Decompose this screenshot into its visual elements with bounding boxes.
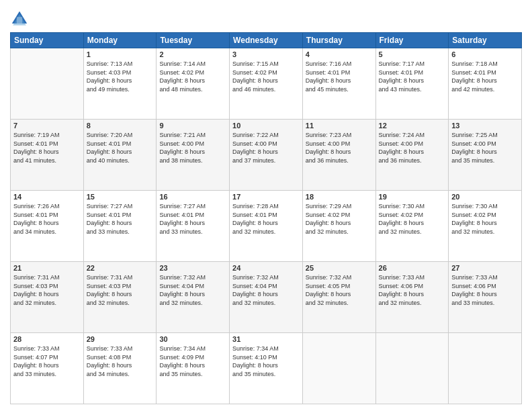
header (10, 7, 522, 28)
calendar-cell: 24Sunrise: 7:32 AM Sunset: 4:04 PM Dayli… (230, 262, 303, 333)
day-number: 17 (232, 193, 300, 201)
header-cell: Thursday (302, 33, 375, 48)
day-info: Sunrise: 7:32 AM Sunset: 4:05 PM Dayligh… (306, 273, 373, 307)
day-info: Sunrise: 7:13 AM Sunset: 4:03 PM Dayligh… (87, 60, 154, 93)
day-number: 21 (13, 264, 81, 272)
day-info: Sunrise: 7:22 AM Sunset: 4:00 PM Dayligh… (232, 131, 300, 165)
calendar-cell: 14Sunrise: 7:26 AM Sunset: 4:01 PM Dayli… (11, 191, 84, 262)
day-number: 6 (451, 50, 519, 58)
calendar-cell: 10Sunrise: 7:22 AM Sunset: 4:00 PM Dayli… (230, 120, 303, 191)
calendar-cell: 18Sunrise: 7:29 AM Sunset: 4:02 PM Dayli… (302, 191, 375, 262)
day-number: 10 (232, 122, 300, 130)
calendar-cell: 31Sunrise: 7:34 AM Sunset: 4:10 PM Dayli… (230, 333, 303, 404)
day-number: 23 (159, 264, 226, 272)
calendar-cell: 13Sunrise: 7:25 AM Sunset: 4:00 PM Dayli… (449, 120, 522, 191)
day-info: Sunrise: 7:21 AM Sunset: 4:00 PM Dayligh… (159, 131, 226, 165)
day-info: Sunrise: 7:32 AM Sunset: 4:04 PM Dayligh… (232, 273, 300, 307)
day-info: Sunrise: 7:31 AM Sunset: 4:03 PM Dayligh… (13, 273, 81, 307)
day-info: Sunrise: 7:33 AM Sunset: 4:08 PM Dayligh… (87, 345, 154, 378)
calendar-cell: 28Sunrise: 7:33 AM Sunset: 4:07 PM Dayli… (11, 333, 84, 404)
day-number: 28 (13, 335, 81, 343)
day-info: Sunrise: 7:33 AM Sunset: 4:07 PM Dayligh… (13, 345, 81, 378)
calendar-cell (449, 333, 522, 404)
calendar-cell: 6Sunrise: 7:18 AM Sunset: 4:01 PM Daylig… (449, 48, 522, 120)
day-info: Sunrise: 7:30 AM Sunset: 4:02 PM Dayligh… (379, 202, 446, 236)
day-number: 3 (232, 50, 300, 58)
calendar-cell: 22Sunrise: 7:31 AM Sunset: 4:03 PM Dayli… (83, 262, 157, 333)
calendar-cell (302, 333, 375, 404)
day-number: 14 (13, 193, 81, 201)
day-info: Sunrise: 7:15 AM Sunset: 4:02 PM Dayligh… (232, 60, 300, 93)
day-number: 2 (159, 50, 226, 58)
day-number: 5 (379, 50, 446, 58)
day-info: Sunrise: 7:31 AM Sunset: 4:03 PM Dayligh… (87, 273, 154, 307)
calendar-cell: 30Sunrise: 7:34 AM Sunset: 4:09 PM Dayli… (157, 333, 230, 404)
logo (10, 9, 31, 28)
calendar-cell: 7Sunrise: 7:19 AM Sunset: 4:01 PM Daylig… (11, 120, 84, 191)
day-number: 29 (87, 335, 154, 343)
day-info: Sunrise: 7:27 AM Sunset: 4:01 PM Dayligh… (159, 202, 226, 236)
svg-rect-2 (17, 17, 22, 24)
calendar-cell: 16Sunrise: 7:27 AM Sunset: 4:01 PM Dayli… (157, 191, 230, 262)
day-number: 30 (159, 335, 226, 343)
calendar-cell: 20Sunrise: 7:30 AM Sunset: 4:02 PM Dayli… (449, 191, 522, 262)
calendar-cell: 9Sunrise: 7:21 AM Sunset: 4:00 PM Daylig… (157, 120, 230, 191)
calendar-cell: 11Sunrise: 7:23 AM Sunset: 4:00 PM Dayli… (302, 120, 375, 191)
day-number: 11 (306, 122, 373, 130)
day-info: Sunrise: 7:28 AM Sunset: 4:01 PM Dayligh… (232, 202, 300, 236)
day-info: Sunrise: 7:27 AM Sunset: 4:01 PM Dayligh… (87, 202, 154, 236)
calendar-cell: 3Sunrise: 7:15 AM Sunset: 4:02 PM Daylig… (230, 48, 303, 120)
day-number: 16 (159, 193, 226, 201)
day-number: 20 (451, 193, 519, 201)
calendar-week: 21Sunrise: 7:31 AM Sunset: 4:03 PM Dayli… (11, 262, 522, 333)
calendar-cell: 19Sunrise: 7:30 AM Sunset: 4:02 PM Dayli… (375, 191, 449, 262)
calendar-cell: 4Sunrise: 7:16 AM Sunset: 4:01 PM Daylig… (302, 48, 375, 120)
day-number: 13 (451, 122, 519, 130)
day-number: 15 (87, 193, 154, 201)
day-info: Sunrise: 7:30 AM Sunset: 4:02 PM Dayligh… (451, 202, 519, 236)
header-cell: Friday (375, 33, 449, 48)
day-number: 4 (306, 50, 373, 58)
day-number: 9 (159, 122, 226, 130)
header-cell: Monday (83, 33, 157, 48)
header-row: SundayMondayTuesdayWednesdayThursdayFrid… (11, 33, 522, 48)
calendar-body: 1Sunrise: 7:13 AM Sunset: 4:03 PM Daylig… (11, 48, 522, 404)
day-number: 7 (13, 122, 81, 130)
calendar-week: 7Sunrise: 7:19 AM Sunset: 4:01 PM Daylig… (11, 120, 522, 191)
calendar-cell (375, 333, 449, 404)
day-number: 18 (306, 193, 373, 201)
day-info: Sunrise: 7:25 AM Sunset: 4:00 PM Dayligh… (451, 131, 519, 165)
day-number: 12 (379, 122, 446, 130)
day-number: 31 (232, 335, 300, 343)
calendar-cell: 15Sunrise: 7:27 AM Sunset: 4:01 PM Dayli… (83, 191, 157, 262)
calendar-cell (11, 48, 84, 120)
calendar-table: SundayMondayTuesdayWednesdayThursdayFrid… (10, 32, 522, 404)
calendar-cell: 8Sunrise: 7:20 AM Sunset: 4:01 PM Daylig… (83, 120, 157, 191)
calendar-week: 28Sunrise: 7:33 AM Sunset: 4:07 PM Dayli… (11, 333, 522, 404)
header-cell: Saturday (449, 33, 522, 48)
calendar-header: SundayMondayTuesdayWednesdayThursdayFrid… (11, 33, 522, 48)
calendar-cell: 21Sunrise: 7:31 AM Sunset: 4:03 PM Dayli… (11, 262, 84, 333)
day-number: 27 (451, 264, 519, 272)
day-info: Sunrise: 7:33 AM Sunset: 4:06 PM Dayligh… (379, 273, 446, 307)
calendar-cell: 12Sunrise: 7:24 AM Sunset: 4:00 PM Dayli… (375, 120, 449, 191)
day-number: 24 (232, 264, 300, 272)
day-info: Sunrise: 7:34 AM Sunset: 4:10 PM Dayligh… (232, 345, 300, 378)
day-info: Sunrise: 7:16 AM Sunset: 4:01 PM Dayligh… (306, 60, 373, 93)
calendar-cell: 23Sunrise: 7:32 AM Sunset: 4:04 PM Dayli… (157, 262, 230, 333)
calendar-cell: 25Sunrise: 7:32 AM Sunset: 4:05 PM Dayli… (302, 262, 375, 333)
calendar-cell: 5Sunrise: 7:17 AM Sunset: 4:01 PM Daylig… (375, 48, 449, 120)
header-cell: Tuesday (157, 33, 230, 48)
day-info: Sunrise: 7:29 AM Sunset: 4:02 PM Dayligh… (306, 202, 373, 236)
day-number: 26 (379, 264, 446, 272)
header-cell: Wednesday (230, 33, 303, 48)
calendar-cell: 17Sunrise: 7:28 AM Sunset: 4:01 PM Dayli… (230, 191, 303, 262)
calendar-cell: 1Sunrise: 7:13 AM Sunset: 4:03 PM Daylig… (83, 48, 157, 120)
day-info: Sunrise: 7:32 AM Sunset: 4:04 PM Dayligh… (159, 273, 226, 307)
calendar-week: 1Sunrise: 7:13 AM Sunset: 4:03 PM Daylig… (11, 48, 522, 120)
day-number: 1 (87, 50, 154, 58)
day-info: Sunrise: 7:17 AM Sunset: 4:01 PM Dayligh… (379, 60, 446, 93)
calendar-cell: 2Sunrise: 7:14 AM Sunset: 4:02 PM Daylig… (157, 48, 230, 120)
calendar-cell: 29Sunrise: 7:33 AM Sunset: 4:08 PM Dayli… (83, 333, 157, 404)
logo-icon (10, 9, 29, 28)
